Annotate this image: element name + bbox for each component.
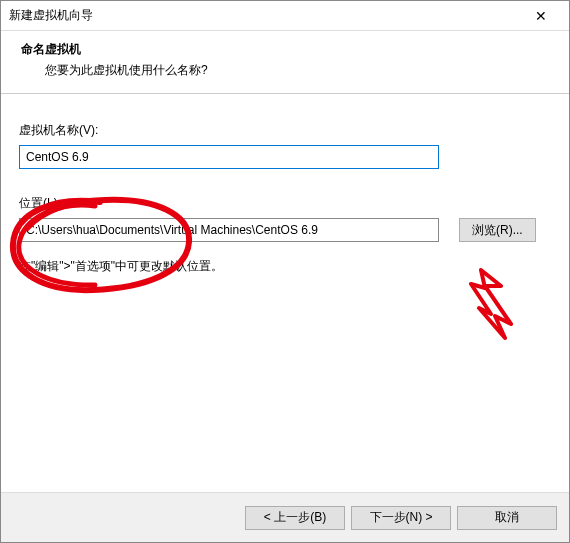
location-input[interactable] bbox=[19, 218, 439, 242]
vm-name-input[interactable] bbox=[19, 145, 439, 169]
vm-name-label: 虚拟机名称(V): bbox=[19, 122, 551, 139]
wizard-header-subtitle: 您要为此虚拟机使用什么名称? bbox=[21, 62, 553, 79]
browse-button[interactable]: 浏览(R)... bbox=[459, 218, 536, 242]
back-button[interactable]: < 上一步(B) bbox=[245, 506, 345, 530]
next-button[interactable]: 下一步(N) > bbox=[351, 506, 451, 530]
close-icon: ✕ bbox=[535, 8, 547, 24]
close-button[interactable]: ✕ bbox=[521, 2, 561, 30]
wizard-content: 虚拟机名称(V): 位置(L): 浏览(R)... 在"编辑">"首选项"中可更… bbox=[1, 94, 569, 285]
wizard-footer: < 上一步(B) 下一步(N) > 取消 bbox=[1, 492, 569, 542]
wizard-header: 命名虚拟机 您要为此虚拟机使用什么名称? bbox=[1, 31, 569, 94]
wizard-window: 新建虚拟机向导 ✕ 命名虚拟机 您要为此虚拟机使用什么名称? 虚拟机名称(V):… bbox=[0, 0, 570, 543]
location-row: 浏览(R)... bbox=[19, 218, 551, 242]
location-label: 位置(L): bbox=[19, 195, 551, 212]
window-title: 新建虚拟机向导 bbox=[9, 7, 93, 24]
cancel-button[interactable]: 取消 bbox=[457, 506, 557, 530]
titlebar: 新建虚拟机向导 ✕ bbox=[1, 1, 569, 31]
wizard-header-title: 命名虚拟机 bbox=[21, 41, 553, 58]
location-hint: 在"编辑">"首选项"中可更改默认位置。 bbox=[19, 258, 551, 275]
annotation-arrow bbox=[461, 264, 521, 344]
